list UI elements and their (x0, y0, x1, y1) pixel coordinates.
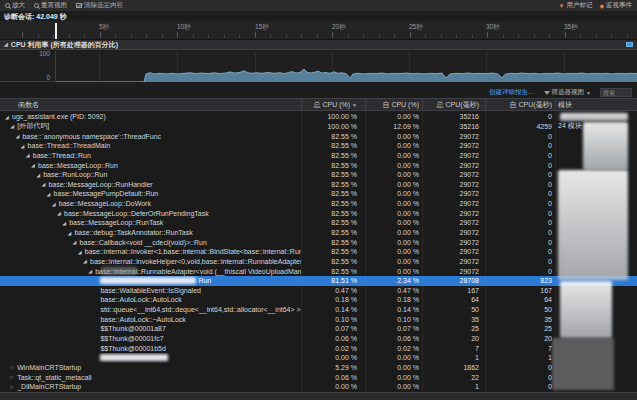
table-row[interactable]: ◢[外部代码]100.00 %12.09 %35216425924 模块 (0, 122, 637, 132)
column-header-module[interactable]: 模块 (556, 99, 637, 110)
table-row[interactable]: ◢base::Thread::ThreadMain82.55 %0.00 %29… (0, 141, 637, 151)
self-cpu-pct: 0.00 % (366, 170, 423, 180)
self-cpu-ms: 1 (486, 353, 556, 363)
collapse-icon[interactable]: ◢ (62, 220, 69, 226)
table-row[interactable]: ◢base::MessagePumpDefault::Run82.55 %0.0… (0, 189, 637, 199)
total-cpu-ms: 29072 (423, 237, 486, 247)
table-row[interactable]: ◢base::Callback<void __cdecl(void)>::Run… (0, 237, 637, 247)
table-row[interactable]: base::AutoLock::AutoLock0.18 %0.18 %6464 (0, 295, 637, 305)
collapse-icon[interactable]: ◢ (5, 114, 12, 120)
column-header-self-cpu-pct[interactable]: 自 CPU (%) (366, 99, 423, 110)
collapse-icon[interactable]: ◢ (67, 230, 74, 236)
function-name: _DllMainCRTStartup (17, 383, 81, 390)
collapse-section-icon[interactable]: ◢ (4, 42, 8, 47)
ruler-tick (177, 32, 178, 38)
marks-legend: ▼ 用户标记 ◆ 监视事件 (558, 1, 632, 10)
table-row[interactable]: ◢base::`anonymous namespace'::ThreadFunc… (0, 131, 637, 141)
filter-view-dropdown[interactable]: 筛选器视图 ▼ (544, 88, 591, 97)
create-detailed-report-link[interactable]: 创建详细报告… (489, 88, 535, 97)
self-cpu-pct: 0.00 % (366, 189, 423, 199)
total-cpu-pct: 81.51 % (302, 276, 366, 286)
total-cpu-ms: 29072 (423, 247, 486, 257)
column-header-total-cpu-ms[interactable]: 总 CPU(毫秒) (423, 99, 486, 110)
table-row[interactable]: ◢base::MessageLoop::RunTask82.55 %0.00 %… (0, 218, 637, 228)
timeline-ruler[interactable]: 5秒10秒15秒20秒25秒30秒35秒 (0, 21, 637, 40)
censor-blur (560, 281, 612, 338)
table-row[interactable]: ▷WinMainCRTStartup5.29 %0.00 %18620 (0, 363, 637, 373)
table-row[interactable]: std::queue<__int64,std::deque<__int64,st… (0, 305, 637, 315)
self-cpu-pct: 0.00 % (366, 199, 423, 209)
column-header-self-cpu-ms[interactable]: 自 CPU(毫秒) (486, 99, 556, 110)
table-row[interactable]: base::AutoLock::~AutoLock0.10 %0.10 %353… (0, 314, 637, 324)
ruler-tick (596, 35, 597, 38)
table-row-selected[interactable]: Run81.51 %2.34 %28708823 (0, 276, 637, 286)
total-cpu-pct: 0.00 % (302, 353, 366, 363)
self-cpu-pct: 0.00 % (366, 179, 423, 189)
table-row[interactable]: ◢base::MessageLoop::DeferOrRunPendingTas… (0, 208, 637, 218)
collapse-icon[interactable]: ◢ (88, 268, 95, 274)
collapse-icon[interactable]: ◢ (26, 152, 33, 158)
censor-blur (583, 122, 628, 170)
ruler-tick (518, 35, 519, 38)
horizontal-scrollbar[interactable] (0, 392, 637, 400)
censor-blur (100, 277, 196, 284)
reset-view-button[interactable]: 重置视图 (34, 1, 67, 10)
ruler-tick (456, 35, 457, 38)
timeline-marker[interactable] (55, 23, 57, 39)
collapse-icon[interactable]: ◢ (78, 249, 85, 255)
table-row[interactable]: ◢base::debug::TaskAnnotator::RunTask82.5… (0, 228, 637, 238)
total-cpu-pct: 82.55 % (302, 179, 366, 189)
total-cpu-ms: 35 (423, 314, 486, 324)
chevron-down-icon: ▼ (586, 90, 591, 96)
table-row[interactable]: ▷Task::qt_static_metacall0.06 %0.00 %220 (0, 372, 637, 382)
ruler-tick (286, 35, 287, 38)
table-row[interactable]: ◢base::RunLoop::Run82.55 %0.00 %290720 (0, 170, 637, 180)
table-row[interactable]: ◢base::MessageLoop::Run82.55 %0.00 %2907… (0, 160, 637, 170)
collapse-icon[interactable]: ◢ (47, 191, 54, 197)
cpu-utilization-chart[interactable]: 100 0 (0, 51, 637, 82)
collapse-icon[interactable]: ◢ (52, 201, 59, 207)
expand-icon[interactable]: ▷ (10, 364, 17, 370)
censor-blur (560, 113, 628, 121)
table-row[interactable]: $$Thunk@00001b5d0.02 %0.02 %77 (0, 343, 637, 353)
table-row[interactable]: ◢base::Thread::Run82.55 %0.00 %290720 (0, 151, 637, 161)
column-header-function-name[interactable]: 函数名 (0, 99, 302, 110)
expand-icon[interactable]: ▷ (10, 374, 17, 380)
collapse-icon[interactable]: ◢ (57, 210, 64, 216)
collapse-icon[interactable]: ◢ (41, 181, 48, 187)
collapse-icon[interactable]: ◢ (73, 239, 80, 245)
collapse-icon[interactable]: ◢ (83, 258, 90, 264)
total-cpu-ms: 7 (423, 343, 486, 353)
table-row[interactable]: $$Thunk@00001fc70.06 %0.06 %2020 (0, 334, 637, 344)
self-cpu-pct: 0.00 % (366, 382, 423, 392)
clear-selection-button[interactable]: 清除选定内容 (76, 1, 123, 10)
function-name: [外部代码] (17, 122, 49, 132)
total-cpu-pct: 82.55 % (302, 131, 366, 141)
table-row[interactable]: ◢base::internal::InvokeHelper<0,void,bas… (0, 257, 637, 267)
collapse-icon[interactable]: ◢ (15, 133, 22, 139)
collapse-icon[interactable]: ◢ (21, 143, 28, 149)
table-row[interactable]: 0.00 %0.00 %11 (0, 353, 637, 363)
table-row[interactable]: ◢ugc_assistant.exe (PID: 5092)100.00 %0.… (0, 112, 637, 122)
collapse-icon[interactable]: ◢ (31, 162, 38, 168)
total-cpu-pct: 82.55 % (302, 170, 366, 180)
table-row[interactable]: ▷_DllMainCRTStartup0.00 %0.00 %10 (0, 382, 637, 392)
table-row[interactable]: base::WaitableEvent::IsSignaled0.47 %0.4… (0, 286, 637, 296)
function-name: std::queue<__int64,std::deque<__int64,st… (100, 306, 302, 313)
table-row[interactable]: ◢base::MessageLoop::DoWork82.55 %0.00 %2… (0, 199, 637, 209)
column-header-total-cpu-pct[interactable]: 总 CPU (%)▼ (302, 99, 366, 110)
search-input[interactable] (600, 88, 632, 97)
funnel-icon (544, 91, 550, 95)
collapse-icon[interactable]: ◢ (36, 172, 43, 178)
zoom-in-button[interactable]: 放大 (5, 1, 25, 10)
cpu-graph-title: CPU 利用率 (所有处理器的百分比) (11, 40, 118, 50)
table-row[interactable]: ◢base::internal::RunnableAdapter<void (_… (0, 266, 637, 276)
function-name: base::MessageLoop::RunHandler (48, 181, 152, 188)
table-row[interactable]: ◢base::internal::Invoker<1,base::interna… (0, 247, 637, 257)
total-cpu-ms: 50 (423, 305, 486, 315)
total-cpu-ms: 28708 (423, 276, 486, 286)
ruler-tick (69, 35, 70, 38)
collapse-icon[interactable]: ◢ (10, 123, 17, 129)
table-row[interactable]: ◢base::MessageLoop::RunHandler82.55 %0.0… (0, 179, 637, 189)
table-row[interactable]: $$Thunk@00001a870.07 %0.07 %2525 (0, 324, 637, 334)
